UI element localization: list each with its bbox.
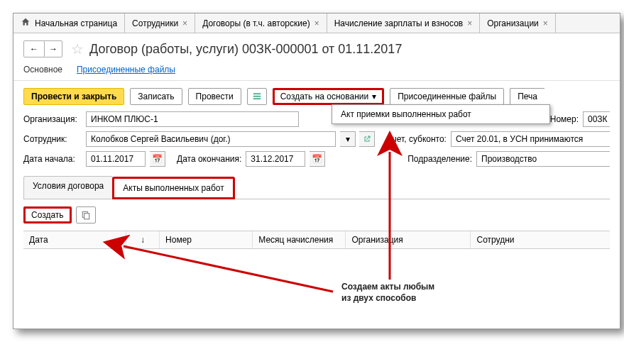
toolbar: Провести и закрыть Записать Провести Соз… <box>13 81 620 109</box>
end-date-input[interactable]: 31.12.2017 <box>246 151 305 167</box>
menu-item-act[interactable]: Акт приемки выполненных работ <box>341 109 471 119</box>
close-icon[interactable]: × <box>543 18 548 28</box>
tab-acts[interactable]: Акты выполненных работ <box>112 177 234 199</box>
tab-label: Договоры (в т.ч. авторские) <box>202 18 310 28</box>
list-icon <box>252 92 262 101</box>
col-sort[interactable]: ↓ <box>126 231 160 248</box>
emp-input[interactable]: Колобков Сергей Васильевич (дог.) <box>86 131 336 147</box>
num-input[interactable]: 00ЗК <box>583 111 610 127</box>
col-month[interactable]: Месяц начисления <box>253 231 346 248</box>
open-icon[interactable] <box>359 131 375 147</box>
page-title: Договор (работы, услуги) 00ЗК-000001 от … <box>89 42 402 57</box>
org-input[interactable]: ИНКОМ ПЛЮС-1 <box>86 111 299 127</box>
div-input[interactable]: Производство <box>476 151 610 167</box>
favorite-star-icon[interactable]: ☆ <box>71 40 84 57</box>
tab-payroll[interactable]: Начисление зарплаты и взносов × <box>327 13 481 33</box>
tab-employees[interactable]: Сотрудники × <box>125 13 195 33</box>
post-and-close-button[interactable]: Провести и закрыть <box>23 88 124 105</box>
header-row: ← → ☆ Договор (работы, услуги) 00ЗК-0000… <box>13 33 620 60</box>
acc-label: Счет, субконто: <box>386 134 447 144</box>
start-label: Дата начала: <box>23 154 82 164</box>
col-employee[interactable]: Сотрудни <box>471 231 610 248</box>
div-label: Подразделение: <box>407 154 472 164</box>
tab-label: Сотрудники <box>132 18 178 28</box>
register-button[interactable] <box>247 88 267 105</box>
svg-rect-2 <box>253 98 261 99</box>
svg-rect-4 <box>84 214 89 219</box>
tab-label: Организации <box>487 18 539 28</box>
emp-label: Сотрудник: <box>23 134 82 144</box>
app-window: Начальная страница Сотрудники × Договоры… <box>13 13 620 329</box>
attached-files-button[interactable]: Присоединенные файлы <box>390 88 504 105</box>
forward-button[interactable]: → <box>45 41 62 57</box>
section-main[interactable]: Основное <box>23 65 62 75</box>
close-icon[interactable]: × <box>314 18 319 28</box>
dropdown-icon[interactable]: ▾ <box>340 131 356 147</box>
section-files[interactable]: Присоединенные файлы <box>77 65 175 75</box>
row-dates: Дата начала: 01.11.2017 📅 Дата окончания… <box>13 149 620 169</box>
save-button[interactable]: Записать <box>130 88 182 105</box>
col-date[interactable]: Дата <box>23 231 126 248</box>
num-label: Номер: <box>550 114 579 124</box>
chevron-down-icon: ▾ <box>372 92 376 101</box>
close-icon[interactable]: × <box>467 18 472 28</box>
top-tabs: Начальная страница Сотрудники × Договоры… <box>13 13 620 33</box>
annotation: Создаем акты любым из двух способов <box>341 282 434 304</box>
home-icon <box>21 17 31 29</box>
print-button[interactable]: Печа <box>510 88 544 105</box>
row-emp: Сотрудник: Колобков Сергей Васильевич (д… <box>13 129 620 149</box>
create-based-on-menu: Акт приемки выполненных работ <box>332 104 550 124</box>
svg-rect-1 <box>253 96 261 97</box>
back-button[interactable]: ← <box>24 41 45 57</box>
calendar-icon[interactable]: 📅 <box>310 151 325 167</box>
tab-label: Начальная страница <box>35 18 117 28</box>
create-based-on-button[interactable]: Создать на основании ▾ <box>273 88 385 105</box>
create-button[interactable]: Создать <box>23 206 72 224</box>
col-org[interactable]: Организация <box>346 231 471 248</box>
svg-rect-0 <box>253 93 261 94</box>
org-label: Организация: <box>23 114 82 124</box>
inner-tabs: Условия договора Акты выполненных работ <box>23 176 610 199</box>
tab-contracts[interactable]: Договоры (в т.ч. авторские) × <box>195 13 327 33</box>
copy-button[interactable] <box>76 206 96 224</box>
copy-icon <box>81 210 91 220</box>
grid-body[interactable] <box>23 249 610 320</box>
close-icon[interactable]: × <box>182 18 187 28</box>
col-number[interactable]: Номер <box>160 231 253 248</box>
acc-input[interactable]: Счет 20.01, в УСН принимаются <box>451 131 610 147</box>
sub-toolbar: Создать <box>13 199 620 228</box>
tab-orgs[interactable]: Организации × <box>480 13 556 33</box>
calendar-icon[interactable]: 📅 <box>150 151 165 167</box>
section-tabs: Основное Присоединенные файлы <box>13 60 620 81</box>
end-label: Дата окончания: <box>177 154 241 164</box>
tab-label: Начисление зарплаты и взносов <box>334 18 464 28</box>
grid-header: Дата ↓ Номер Месяц начисления Организаци… <box>23 231 610 249</box>
post-button[interactable]: Провести <box>188 88 241 105</box>
start-date-input[interactable]: 01.11.2017 <box>86 151 146 167</box>
tab-conditions[interactable]: Условия договора <box>23 176 113 199</box>
tab-home[interactable]: Начальная страница <box>13 13 125 33</box>
